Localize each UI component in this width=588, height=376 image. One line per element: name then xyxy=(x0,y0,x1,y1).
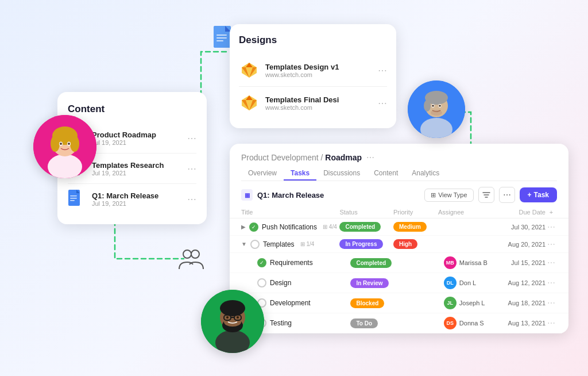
design-item-2-info: Templates Final Desi www.sketch.com xyxy=(265,95,372,111)
design-item-1-url: www.sketch.com xyxy=(265,71,372,78)
expand-arrow[interactable]: ▶ xyxy=(241,224,246,230)
task-counter-templates: ⊞ 1/4 xyxy=(300,241,315,247)
designs-card: Designs Templates Design v1 www.sketch.c… xyxy=(230,24,396,128)
collapse-arrow[interactable]: ▼ xyxy=(241,241,247,247)
task-name-requirements: Requirements xyxy=(270,259,313,267)
assignee-name-testing: Donna S xyxy=(459,320,484,327)
row-due-templates: Aug 20, 2021 xyxy=(492,241,546,248)
row-more-testing[interactable]: ⋯ xyxy=(546,319,557,328)
svg-point-50 xyxy=(431,110,442,116)
avatar-joseph: JL xyxy=(444,297,457,309)
table-row: Development Blocked JL Joseph L Aug 18, … xyxy=(230,293,568,313)
row-more-push[interactable]: ⋯ xyxy=(546,222,557,232)
avatar-marissa: MB xyxy=(444,256,457,269)
row-title-design: Design xyxy=(241,278,350,287)
status-badge-testing: To Do xyxy=(350,319,378,328)
status-badge-push: Completed xyxy=(339,222,381,232)
assignee-name-dev: Joseph L xyxy=(459,300,485,306)
row-status-req: Completed xyxy=(350,258,401,268)
task-section-title: ▦ Q1: March Release xyxy=(241,189,324,201)
empty-circle-design[interactable] xyxy=(257,278,266,287)
tab-content[interactable]: Content xyxy=(367,166,405,181)
assignee-name-design: Don L xyxy=(459,279,476,286)
tab-analytics[interactable]: Analytics xyxy=(405,166,446,181)
breadcrumb: Product Development / Roadmap ⋯ xyxy=(241,153,557,162)
svg-point-63 xyxy=(191,250,199,258)
content-item-3-date: Jul 19, 2021 xyxy=(92,200,181,207)
row-priority-push: Medium xyxy=(393,222,438,232)
task-actions: ⊞ View Type ⋯ + Task xyxy=(424,187,557,203)
content-item-2-info: Templates Research Jul 19, 2021 xyxy=(92,161,181,177)
content-item-1-title: Product Roadmap xyxy=(92,131,181,139)
breadcrumb-parent: Product Development xyxy=(241,153,319,162)
tab-tasks[interactable]: Tasks xyxy=(284,166,316,181)
priority-badge-push: Medium xyxy=(393,222,427,232)
add-task-label: Task xyxy=(534,191,549,199)
breadcrumb-menu[interactable]: ⋯ xyxy=(366,153,374,162)
row-status-templates: In Progress xyxy=(339,239,393,249)
status-badge-templates: In Progress xyxy=(339,239,382,249)
view-type-icon: ⊞ xyxy=(431,191,436,199)
content-item-3-menu[interactable]: ⋯ xyxy=(187,194,196,205)
avatar-woman xyxy=(33,115,96,178)
content-item-2-menu[interactable]: ⋯ xyxy=(187,163,196,174)
table-header: Title Status Priority Assignee Due Date … xyxy=(230,206,568,218)
task-name-design: Design xyxy=(270,279,291,287)
task-name-dev: Development xyxy=(270,299,311,307)
row-due-dev: Aug 18, 2021 xyxy=(494,300,546,306)
more-options-button[interactable]: ⋯ xyxy=(499,187,515,203)
svg-point-56 xyxy=(224,317,241,327)
row-due-req: Jul 15, 2021 xyxy=(494,259,546,266)
svg-rect-5 xyxy=(216,40,223,41)
avatar-don: DL xyxy=(444,277,457,289)
content-item-2-title: Templates Research xyxy=(92,161,181,170)
row-due-testing: Aug 13, 2021 xyxy=(494,320,546,327)
col-title-header: Title xyxy=(241,209,339,216)
design-item-1: Templates Design v1 www.sketch.com ⋯ xyxy=(239,54,387,87)
table-row: Testing To Do DS Donna S Aug 13, 2021 ⋯ xyxy=(230,313,568,333)
view-type-label: View Type xyxy=(438,191,467,198)
row-assignee-req: MB Marissa B xyxy=(444,256,495,269)
sketch-icon-2 xyxy=(239,93,260,113)
people-icon-float xyxy=(178,247,204,270)
row-more-req[interactable]: ⋯ xyxy=(546,258,557,267)
row-more-templates[interactable]: ⋯ xyxy=(546,240,557,249)
tab-discussions[interactable]: Discussions xyxy=(316,166,367,181)
status-badge-req: Completed xyxy=(350,258,392,268)
content-card-title: Content xyxy=(68,103,196,115)
task-table: Title Status Priority Assignee Due Date … xyxy=(230,206,568,333)
content-item-1-menu[interactable]: ⋯ xyxy=(187,133,196,144)
filter-button[interactable] xyxy=(478,187,494,203)
row-more-dev[interactable]: ⋯ xyxy=(546,298,557,308)
avatar-donna: DS xyxy=(444,317,457,329)
check-circle-req[interactable] xyxy=(257,258,266,267)
design-item-1-title: Templates Design v1 xyxy=(265,63,372,71)
task-panel: Product Development / Roadmap ⋯ Overview… xyxy=(230,144,568,333)
check-circle-push[interactable] xyxy=(249,222,258,232)
section-icon: ▦ xyxy=(241,189,253,201)
row-assignee-testing: DS Donna S xyxy=(444,317,495,329)
assignee-name-req: Marissa B xyxy=(459,259,488,266)
svg-point-49 xyxy=(439,105,441,107)
tab-overview[interactable]: Overview xyxy=(241,166,284,181)
content-item-3: Q1: March Release Jul 19, 2021 ⋯ xyxy=(68,184,196,214)
design-item-1-info: Templates Design v1 www.sketch.com xyxy=(265,63,372,78)
status-badge-design: In Review xyxy=(350,278,388,288)
priority-badge-templates: High xyxy=(393,239,417,249)
svg-point-54 xyxy=(220,300,245,316)
col-add-header[interactable]: + xyxy=(546,209,557,216)
add-task-button[interactable]: + Task xyxy=(520,187,557,202)
designs-card-title: Designs xyxy=(239,34,387,46)
empty-circle-templates[interactable] xyxy=(250,240,260,249)
view-type-button[interactable]: ⊞ View Type xyxy=(424,189,473,202)
svg-point-48 xyxy=(432,105,434,107)
row-status-design: In Review xyxy=(350,278,401,288)
svg-point-36 xyxy=(70,136,79,152)
row-due-design: Aug 12, 2021 xyxy=(494,279,546,286)
row-status-dev: Blocked xyxy=(350,298,401,308)
design-item-2-menu[interactable]: ⋯ xyxy=(378,98,387,109)
design-item-1-menu[interactable]: ⋯ xyxy=(378,65,387,76)
row-assignee-dev: JL Joseph L xyxy=(444,297,495,309)
col-due-header: Due Date xyxy=(492,209,546,216)
row-more-design[interactable]: ⋯ xyxy=(546,278,557,287)
